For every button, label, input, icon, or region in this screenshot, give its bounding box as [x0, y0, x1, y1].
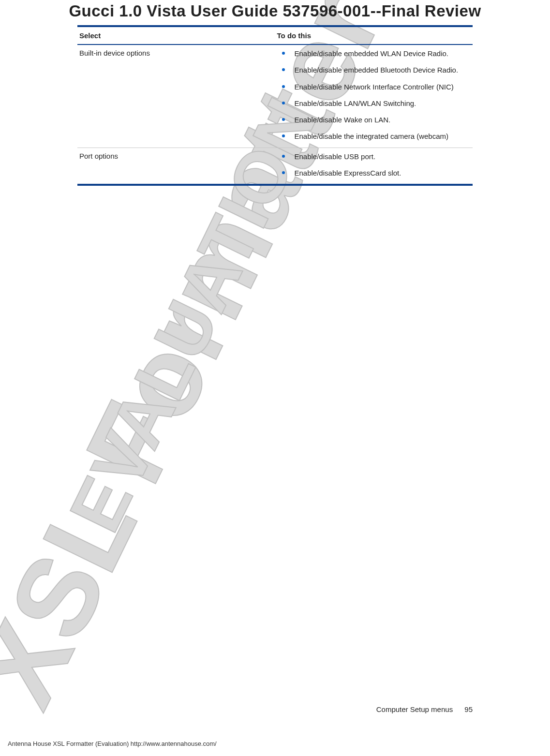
- list-item: Enable/disable USB port.: [277, 152, 471, 168]
- list-item: Enable/disable LAN/WLAN Switching.: [277, 99, 471, 115]
- cell-select: Port options: [77, 148, 275, 185]
- options-table: Select To do this Built-in device option…: [77, 25, 473, 186]
- footer-section-name: Computer Setup menus: [376, 705, 453, 713]
- list-item: Enable/disable Wake on LAN.: [277, 115, 471, 132]
- cell-select: Built-in device options: [77, 44, 275, 148]
- footer-imprint: Antenna House XSL Formatter (Evaluation)…: [8, 740, 217, 747]
- page-title: Gucci 1.0 Vista User Guide 537596-001--F…: [0, 2, 550, 20]
- list-item: Enable/disable Network Interface Control…: [277, 82, 471, 99]
- cell-todo: Enable/disable embedded WLAN Device Radi…: [275, 44, 473, 148]
- list-item: Enable/disable embedded WLAN Device Radi…: [277, 49, 471, 65]
- todo-list: Enable/disable embedded WLAN Device Radi…: [277, 49, 471, 145]
- table-row: Built-in device options Enable/disable e…: [77, 44, 473, 148]
- options-table-wrap: Select To do this Built-in device option…: [77, 25, 473, 186]
- column-header-select: Select: [77, 26, 275, 44]
- footer-page-number: 95: [464, 705, 473, 713]
- table-row: Port options Enable/disable USB port. En…: [77, 148, 473, 185]
- column-header-todo: To do this: [275, 26, 473, 44]
- cell-todo: Enable/disable USB port. Enable/disable …: [275, 148, 473, 185]
- footer-section: Computer Setup menus 95: [376, 705, 473, 713]
- list-item: Enable/disable ExpressCard slot.: [277, 168, 471, 181]
- list-item: Enable/disable the integrated camera (we…: [277, 132, 471, 144]
- page: Gucci 1.0 Vista User Guide 537596-001--F…: [0, 2, 550, 756]
- todo-list: Enable/disable USB port. Enable/disable …: [277, 152, 471, 181]
- list-item: Enable/disable embedded Bluetooth Device…: [277, 65, 471, 82]
